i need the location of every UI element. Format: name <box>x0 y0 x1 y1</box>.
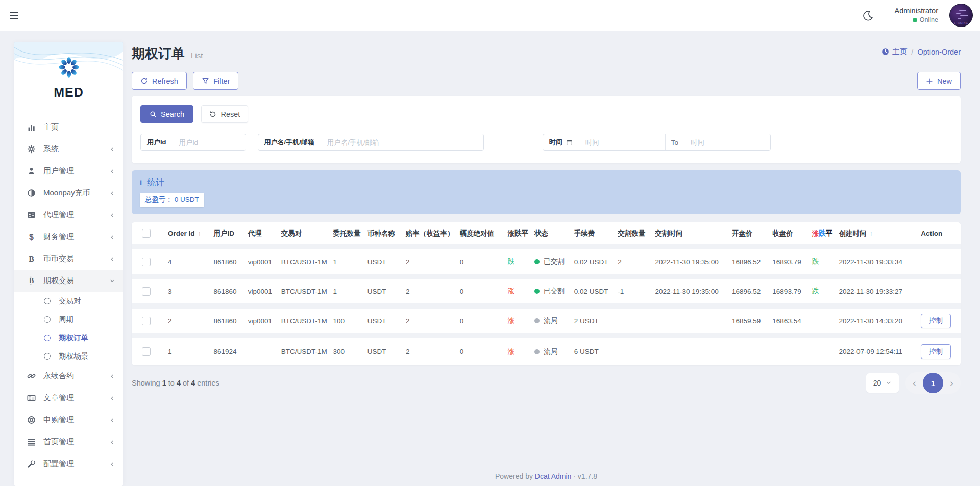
direction-value: 涨 <box>507 348 514 355</box>
chevron-glyph <box>109 417 115 423</box>
time-to-input[interactable] <box>684 134 770 150</box>
column-header: 币种名称 <box>361 222 400 247</box>
sidebar-item-dollar[interactable]: 财务管理 <box>14 226 123 248</box>
cell-odds: 2 <box>400 276 454 306</box>
column-header: 委托数量 <box>327 222 361 247</box>
chevron-down-icon <box>109 278 115 284</box>
cell-delivery-time <box>649 306 726 336</box>
sidebar-subitem[interactable]: 期权订单 <box>14 328 123 347</box>
sidebar-item-chart-bars[interactable]: 主页 <box>14 116 123 138</box>
chevron-left-icon <box>109 256 115 262</box>
sidebar-item-menu-lines[interactable]: 首页管理 <box>14 431 123 453</box>
wrench-glyph <box>27 459 36 468</box>
dcat-admin-link[interactable]: Dcat Admin <box>535 472 572 480</box>
link-icon <box>27 372 36 380</box>
sidebar-subitem[interactable]: 周期 <box>14 310 123 328</box>
filter-user-group: 用户名/手机/邮箱 <box>258 134 484 151</box>
sidebar-item-label: Moonpay充币 <box>43 188 90 198</box>
dark-mode-icon[interactable] <box>863 10 873 21</box>
next-page-button[interactable]: › <box>943 377 960 389</box>
cell-action <box>915 276 961 306</box>
sidebar-item-half-circle[interactable]: Moonpay充币 <box>14 182 123 204</box>
cell-result: 跌 <box>806 276 833 306</box>
chevron-glyph <box>109 212 115 218</box>
user-status: Online <box>895 16 938 24</box>
column-label: 代理 <box>248 229 262 237</box>
breadcrumb-current-link[interactable]: Option-Order <box>917 48 961 56</box>
chevron-glyph <box>109 439 115 445</box>
control-button[interactable]: 控制 <box>921 314 951 328</box>
gear-icon <box>27 145 36 154</box>
sidebar-item-newspaper[interactable]: 文章管理 <box>14 387 123 409</box>
reset-button[interactable]: Reset <box>201 105 248 123</box>
cell-close-price: 16893.79 <box>766 247 805 276</box>
sidebar-item-letter-b[interactable]: 币币交易 <box>14 248 123 270</box>
status-label: 流局 <box>544 348 557 355</box>
search-button[interactable]: Search <box>140 105 193 123</box>
row-checkbox[interactable] <box>142 347 151 356</box>
avatar[interactable]: STAKING <box>949 4 973 27</box>
user-id-input[interactable] <box>173 134 246 150</box>
user-input[interactable] <box>321 134 483 150</box>
cell-status: 已交割 <box>528 276 568 306</box>
sidebar-item-link[interactable]: 永续合约 <box>14 365 123 387</box>
direction-value: 跌 <box>507 258 514 265</box>
select-all-checkbox[interactable] <box>142 229 151 238</box>
page-size-select[interactable]: 20 <box>866 373 899 393</box>
cell-delivery-time: 2022-11-30 19:35:00 <box>649 276 726 306</box>
sort-arrow-icon[interactable]: ↑ <box>198 229 202 237</box>
cell-abs-range: 0 <box>454 336 502 365</box>
refresh-button[interactable]: Refresh <box>132 72 187 90</box>
column-label: 交割数量 <box>618 229 645 237</box>
life-ring-glyph <box>27 416 36 424</box>
cell-status: 已交割 <box>528 247 568 276</box>
sort-arrow-icon[interactable]: ↑ <box>870 229 873 237</box>
sidebar-item-bitcoin[interactable]: 期权交易 <box>14 270 123 292</box>
row-checkbox[interactable] <box>142 287 151 296</box>
sidebar-item-life-ring[interactable]: 申购管理 <box>14 409 123 431</box>
prev-page-button[interactable]: ‹ <box>906 377 923 389</box>
chart-bars-glyph <box>27 123 36 132</box>
column-header[interactable]: Order Id↑ <box>162 222 208 247</box>
column-header: 开盘价 <box>726 222 766 247</box>
sidebar-item-label: 主页 <box>43 122 59 132</box>
sidebar-item-gear[interactable]: 系统 <box>14 138 123 160</box>
page-title: 期权订单 List <box>132 45 203 63</box>
sidebar-subitem[interactable]: 期权场景 <box>14 347 123 365</box>
online-dot-icon <box>913 18 917 22</box>
sidebar-item-wrench[interactable]: 配置管理 <box>14 453 123 475</box>
newspaper-glyph <box>27 394 36 402</box>
row-checkbox[interactable] <box>142 258 151 266</box>
column-header: 状态 <box>528 222 568 247</box>
user-block[interactable]: Administrator Online <box>895 6 938 24</box>
control-button[interactable]: 控制 <box>921 344 951 359</box>
sidebar-item-id-card[interactable]: 代理管理 <box>14 204 123 226</box>
column-header: 幅度绝对值 <box>454 222 502 247</box>
cell-delivery-qty <box>611 336 649 365</box>
sidebar-toggle-icon[interactable] <box>9 10 21 20</box>
sidebar-item-label: 配置管理 <box>43 459 74 469</box>
cell-result <box>806 336 833 365</box>
cell-order-id: 4 <box>162 247 208 276</box>
cell-result <box>806 306 833 336</box>
sidebar-item-user[interactable]: 用户管理 <box>14 160 123 182</box>
letter-b-glyph <box>27 254 36 263</box>
cell-coin: USDT <box>361 336 400 365</box>
sidebar-subitem[interactable]: 交易对 <box>14 292 123 310</box>
row-checkbox[interactable] <box>142 317 151 325</box>
cell-direction: 涨 <box>501 336 528 365</box>
column-header[interactable]: 创建时间↑ <box>833 222 915 247</box>
cell-action <box>915 247 961 276</box>
sidebar-subitem-label: 周期 <box>59 315 74 324</box>
chevron-left-icon <box>109 395 115 401</box>
current-page-button[interactable]: 1 <box>923 373 943 393</box>
breadcrumb-home-link[interactable]: 主页 <box>881 47 907 57</box>
circle-icon <box>44 335 51 341</box>
menu-lines-icon <box>27 438 36 446</box>
time-from-input[interactable] <box>579 134 665 150</box>
user-id-label: 用户Id <box>141 134 173 150</box>
cell-amount: 1 <box>327 247 361 276</box>
filter-button[interactable]: Filter <box>193 72 238 90</box>
new-button[interactable]: New <box>917 72 961 90</box>
colored-header-part: 涨 <box>812 229 819 237</box>
